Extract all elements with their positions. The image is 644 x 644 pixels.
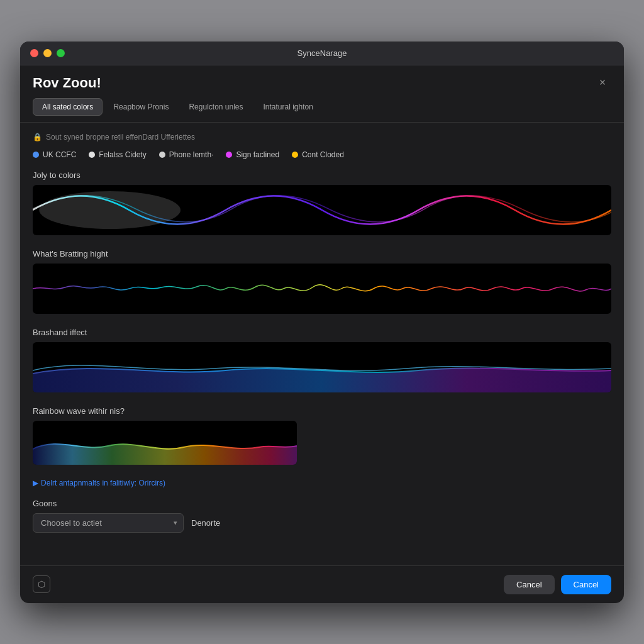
legend-dot-ukccfc bbox=[33, 152, 39, 158]
legend-item-sign: Sign faclined bbox=[226, 150, 279, 159]
tab-regulation[interactable]: Regulcton unles bbox=[179, 98, 252, 116]
footer-action-icon[interactable]: ⬡ bbox=[33, 575, 50, 593]
wave-brashand bbox=[33, 342, 611, 392]
title-bar: SynceNarage bbox=[20, 42, 624, 65]
maximize-traffic-light[interactable] bbox=[57, 49, 65, 57]
section-rainbow: Rainbow wave withir nis? bbox=[33, 406, 611, 465]
traffic-lights bbox=[30, 49, 65, 57]
subtitle-icon: 🔒 bbox=[33, 133, 42, 142]
section-whats-label: What's Bratting hight bbox=[33, 249, 611, 258]
detail-link[interactable]: ▶ Delrt antapnmalts in falitiwly: Orirci… bbox=[33, 479, 611, 487]
section-rainbow-label: Rainbow wave withir nis? bbox=[33, 406, 611, 416]
window-title: Rov Zoou! bbox=[33, 75, 101, 91]
actions-label: Goons bbox=[33, 499, 611, 508]
window-header: Rov Zoou! × bbox=[20, 65, 624, 92]
tab-natural[interactable]: Intatural ighton bbox=[254, 98, 323, 116]
tab-rainbow[interactable]: Reapbow Pronis bbox=[104, 98, 178, 116]
actions-section: Goons Choosel to actiet ▾ Denorte bbox=[33, 499, 611, 533]
footer: ⬡ Cancel Cancel bbox=[20, 565, 624, 603]
section-brashand: Brashand iffect bbox=[33, 328, 611, 392]
window-close-button[interactable]: × bbox=[594, 74, 611, 92]
legend-dot-felalss bbox=[89, 152, 95, 158]
section-joly: Joly to colors bbox=[33, 170, 611, 235]
section-whats: What's Bratting hight bbox=[33, 249, 611, 314]
svg-point-0 bbox=[39, 191, 180, 229]
tabs-row: All sated colors Reapbow Pronis Regulcto… bbox=[20, 92, 624, 123]
legend-dot-cont bbox=[292, 152, 298, 158]
confirm-button[interactable]: Cancel bbox=[561, 575, 611, 594]
wave-joly bbox=[33, 185, 611, 235]
tab-colors[interactable]: All sated colors bbox=[33, 98, 103, 116]
main-window: SynceNarage Rov Zoou! × All sated colors… bbox=[20, 42, 624, 603]
legend-item-phone: Phone lemth· bbox=[159, 150, 214, 159]
select-wrapper: Choosel to actiet ▾ bbox=[33, 513, 184, 533]
wave-whats bbox=[33, 264, 611, 314]
legend-dot-sign bbox=[226, 152, 232, 158]
legend-item-felalss: Felalss Cidety bbox=[89, 150, 146, 159]
detail-link-icon: ▶ bbox=[33, 479, 38, 487]
legend-row: UK CCFC Felalss Cidety Phone lemth· Sign… bbox=[33, 150, 611, 159]
legend-dot-phone bbox=[159, 152, 165, 158]
minimize-traffic-light[interactable] bbox=[43, 49, 52, 57]
footer-buttons: Cancel Cancel bbox=[504, 575, 611, 594]
legend-item-cont: Cont Cloded bbox=[292, 150, 344, 159]
actions-row: Choosel to actiet ▾ Denorte bbox=[33, 513, 611, 533]
app-title: SynceNarage bbox=[297, 48, 347, 58]
legend-item-ukccfc: UK CCFC bbox=[33, 150, 76, 159]
denote-button[interactable]: Denorte bbox=[191, 518, 220, 528]
section-brashand-label: Brashand iffect bbox=[33, 328, 611, 337]
wave-rainbow-small bbox=[33, 421, 297, 465]
section-joly-label: Joly to colors bbox=[33, 170, 611, 180]
content-area: 🔒 Sout syned bropne retil effenDard Uffe… bbox=[20, 123, 624, 559]
close-traffic-light[interactable] bbox=[30, 49, 38, 57]
subtitle: 🔒 Sout syned bropne retil effenDard Uffe… bbox=[33, 133, 611, 142]
cancel-button[interactable]: Cancel bbox=[504, 575, 554, 594]
action-select[interactable]: Choosel to actiet bbox=[33, 513, 184, 533]
